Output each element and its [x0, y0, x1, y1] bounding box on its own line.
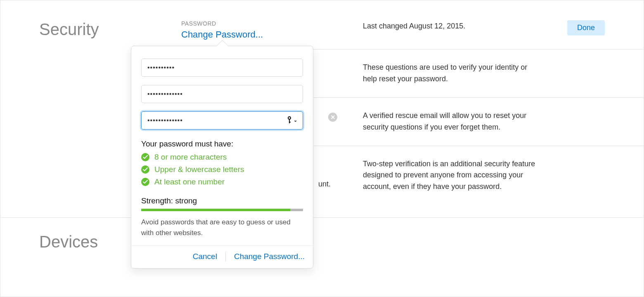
devices-section: Devices: [0, 218, 644, 251]
requirement-item: Upper & lowercase letters: [141, 165, 303, 174]
password-row: PASSWORD Change Password... Last changed…: [141, 0, 644, 49]
password-block: PASSWORD Change Password...: [181, 20, 363, 40]
security-heading: Security: [0, 0, 141, 217]
last-changed-text: Last changed August 12, 2015.: [363, 20, 567, 31]
change-password-link[interactable]: Change Password...: [181, 29, 363, 40]
keychain-icon[interactable]: ⌄: [287, 116, 297, 124]
requirement-item: 8 or more characters: [141, 153, 303, 162]
devices-heading: Devices: [0, 218, 141, 251]
chevron-down-icon: ⌄: [294, 118, 297, 123]
security-questions-desc: These questions are used to verify your …: [363, 62, 540, 85]
requirement-text: At least one number: [154, 177, 225, 186]
checkmark-icon: [141, 153, 149, 161]
requirement-item: At least one number: [141, 177, 303, 186]
popover-actions: Cancel Change Password...: [131, 245, 313, 268]
change-password-popover: ⌄ Your password must have: 8 or more cha…: [131, 46, 313, 269]
requirement-text: Upper & lowercase letters: [154, 165, 244, 174]
action-divider: [225, 252, 226, 262]
rescue-email-desc: A verified rescue email will allow you t…: [363, 110, 540, 133]
password-advice: Avoid passwords that are easy to guess o…: [131, 211, 313, 245]
page: Security PASSWORD Change Password... Las…: [0, 0, 644, 297]
password-label: PASSWORD: [181, 20, 363, 27]
requirement-text: 8 or more characters: [154, 153, 227, 162]
change-password-button[interactable]: Change Password...: [234, 252, 305, 261]
confirm-password-input[interactable]: [141, 111, 303, 130]
requirements-title: Your password must have:: [141, 139, 303, 148]
current-password-input[interactable]: [141, 59, 303, 77]
new-password-input[interactable]: [141, 85, 303, 103]
checkmark-icon: [141, 178, 149, 186]
two-step-desc: Two-step verification is an additional s…: [363, 158, 540, 193]
checkmark-icon: [141, 165, 149, 174]
popover-fields: ⌄: [131, 46, 313, 139]
confirm-password-wrap: ⌄: [141, 111, 303, 139]
cancel-button[interactable]: Cancel: [193, 252, 217, 261]
done-button[interactable]: Done: [567, 20, 605, 35]
password-requirements: Your password must have: 8 or more chara…: [131, 139, 313, 192]
clear-icon[interactable]: [328, 113, 337, 122]
obscured-text-fragment: unt.: [318, 180, 331, 189]
strength-block: Strength: strong: [131, 192, 313, 211]
strength-label: Strength: strong: [141, 196, 303, 205]
